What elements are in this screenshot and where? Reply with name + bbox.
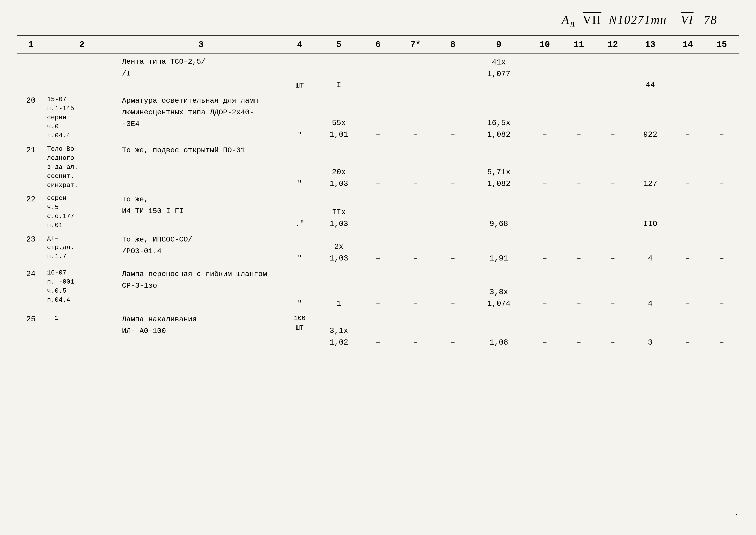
cell-col14: – bbox=[671, 191, 705, 232]
cell-col10: – bbox=[528, 93, 562, 142]
cell-col12: – bbox=[596, 232, 630, 266]
cell-col12: – bbox=[596, 266, 630, 311]
cell-col6: – bbox=[361, 142, 395, 191]
cell-col5: 3,1x1,02 bbox=[317, 311, 361, 350]
data-table: 1 2 3 4 5 6 7* 8 9 10 11 12 13 14 15 bbox=[17, 35, 739, 350]
cell-col8: – bbox=[436, 191, 470, 232]
cell-col11: – bbox=[562, 93, 596, 142]
cell-col11: – bbox=[562, 266, 596, 311]
cell-col2: 15-07п.1-145сериич.0т.04.4 bbox=[44, 93, 119, 142]
cell-col7: – bbox=[395, 54, 436, 93]
cell-col5: 20x1,03 bbox=[317, 142, 361, 191]
cell-col5: 2x1,03 bbox=[317, 232, 361, 266]
cell-col12: – bbox=[596, 93, 630, 142]
col-header-2: 2 bbox=[44, 36, 119, 54]
cell-col2: серсич.5с.о.177п.01 bbox=[44, 191, 119, 232]
cell-description: Лампа переносная с гибким шлангом СР-3-1… bbox=[120, 266, 283, 311]
cell-col13: 44 bbox=[630, 54, 671, 93]
cell-col6: – bbox=[361, 232, 395, 266]
cell-col2 bbox=[44, 54, 119, 93]
col-header-5: 5 bbox=[317, 36, 361, 54]
cell-col12: – bbox=[596, 54, 630, 93]
col-header-13: 13 bbox=[630, 36, 671, 54]
cell-col8: – bbox=[436, 311, 470, 350]
cell-col9: 5,71x1,082 bbox=[470, 142, 527, 191]
cell-col10: – bbox=[528, 266, 562, 311]
col-header-14: 14 bbox=[671, 36, 705, 54]
cell-description: То же, ИПСОС-СО//РОЗ-01.4 bbox=[120, 232, 283, 266]
cell-col8: – bbox=[436, 142, 470, 191]
cell-col10: – bbox=[528, 232, 562, 266]
cell-col7: – bbox=[395, 311, 436, 350]
cell-unit: " bbox=[283, 232, 317, 266]
cell-col8: – bbox=[436, 54, 470, 93]
cell-col7: – bbox=[395, 266, 436, 311]
cell-col14: – bbox=[671, 311, 705, 350]
cell-id bbox=[17, 54, 44, 93]
cell-id: 23 bbox=[17, 232, 44, 266]
cell-unit: " bbox=[283, 142, 317, 191]
cell-col14: – bbox=[671, 266, 705, 311]
col-header-3: 3 bbox=[120, 36, 283, 54]
cell-col9: 9,68 bbox=[470, 191, 527, 232]
cell-col9: 1,08 bbox=[470, 311, 527, 350]
cell-col15: – bbox=[705, 191, 739, 232]
col-header-11: 11 bbox=[562, 36, 596, 54]
cell-col9: 3,8x1,074 bbox=[470, 266, 527, 311]
header-title: Ал VII N10271тн – VI –78 bbox=[562, 13, 717, 27]
cell-col6: – bbox=[361, 191, 395, 232]
cell-col7: – bbox=[395, 142, 436, 191]
cell-col15: – bbox=[705, 266, 739, 311]
table-row: Лента типа ТСО–2,5//I ШТ I – – – 41x1,07… bbox=[17, 54, 739, 93]
cell-col5: 1 bbox=[317, 266, 361, 311]
cell-col7: – bbox=[395, 232, 436, 266]
page: Ал VII N10271тн – VI –78 1 2 3 4 5 6 7* … bbox=[0, 0, 756, 535]
cell-col14: – bbox=[671, 54, 705, 93]
col-header-4: 4 bbox=[283, 36, 317, 54]
cell-col2: – 1 bbox=[44, 311, 119, 350]
cell-description: Лампа накаливанияИЛ- А0-100 bbox=[120, 311, 283, 350]
cell-col6: – bbox=[361, 266, 395, 311]
cell-col6: – bbox=[361, 311, 395, 350]
column-header-row: 1 2 3 4 5 6 7* 8 9 10 11 12 13 14 15 bbox=[17, 36, 739, 54]
cell-col10: – bbox=[528, 54, 562, 93]
cell-col15: – bbox=[705, 142, 739, 191]
table-row: 23 дТ–стр.дл.п.1.7 То же, ИПСОС-СО//РОЗ-… bbox=[17, 232, 739, 266]
cell-col7: – bbox=[395, 93, 436, 142]
cell-col11: – bbox=[562, 311, 596, 350]
cell-id: 20 bbox=[17, 93, 44, 142]
cell-col10: – bbox=[528, 142, 562, 191]
cell-col14: – bbox=[671, 93, 705, 142]
cell-col15: – bbox=[705, 93, 739, 142]
cell-col13: 922 bbox=[630, 93, 671, 142]
table-row: 22 серсич.5с.о.177п.01 То же,И4 ТИ-150-I… bbox=[17, 191, 739, 232]
col-header-8: 8 bbox=[436, 36, 470, 54]
main-table-container: 1 2 3 4 5 6 7* 8 9 10 11 12 13 14 15 bbox=[17, 35, 739, 350]
cell-id: 25 bbox=[17, 311, 44, 350]
cell-description: Арматура осветительная для ламп люминесц… bbox=[120, 93, 283, 142]
cell-col12: – bbox=[596, 311, 630, 350]
cell-col6: – bbox=[361, 54, 395, 93]
cell-col8: – bbox=[436, 266, 470, 311]
cell-col6: – bbox=[361, 93, 395, 142]
cell-col9: 41x1,077 bbox=[470, 54, 527, 93]
cell-col5: IIx1,03 bbox=[317, 191, 361, 232]
cell-col13: IIO bbox=[630, 191, 671, 232]
cell-col2: дТ–стр.дл.п.1.7 bbox=[44, 232, 119, 266]
cell-col9: 1,91 bbox=[470, 232, 527, 266]
page-footnote: . bbox=[734, 508, 739, 518]
cell-id: 22 bbox=[17, 191, 44, 232]
cell-col13: 3 bbox=[630, 311, 671, 350]
cell-col2: Тело Во-лодногоз-да ал.соснит.синхрат. bbox=[44, 142, 119, 191]
cell-col11: – bbox=[562, 54, 596, 93]
cell-col12: – bbox=[596, 191, 630, 232]
cell-description: То же, подвес открытый ПО-31 bbox=[120, 142, 283, 191]
col-header-15: 15 bbox=[705, 36, 739, 54]
cell-col8: – bbox=[436, 232, 470, 266]
cell-col8: – bbox=[436, 93, 470, 142]
cell-col11: – bbox=[562, 232, 596, 266]
col-header-7: 7* bbox=[395, 36, 436, 54]
cell-col10: – bbox=[528, 311, 562, 350]
cell-col15: – bbox=[705, 311, 739, 350]
cell-unit: 100ШТ bbox=[283, 311, 317, 350]
